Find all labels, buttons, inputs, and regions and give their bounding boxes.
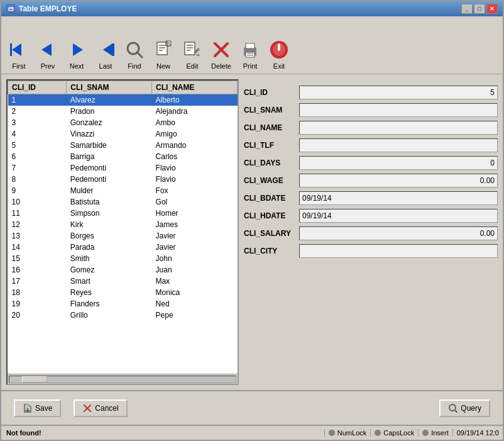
form-label-cli_tlf: CLI_TLF	[244, 141, 294, 150]
cell-snam: Alvarez	[67, 94, 152, 106]
col-header-name: CLI_NAME	[152, 81, 238, 94]
status-indicators: NumLock CapsLock Insert 09/19/14 12:0	[324, 429, 503, 437]
table-row[interactable]: 3GonzalezAmbo	[8, 117, 238, 128]
cell-name: Alejandra	[152, 106, 238, 117]
last-button[interactable]: Last	[92, 37, 119, 71]
cell-snam: Samarbide	[67, 140, 152, 151]
form-input-cli_days[interactable]	[299, 156, 498, 170]
main-content: CLI_ID CLI_SNAM CLI_NAME 1AlvarezAlberto…	[1, 74, 503, 390]
cell-id: 9	[8, 185, 67, 196]
minimize-button[interactable]: _	[461, 4, 473, 14]
new-button[interactable]: New	[150, 37, 177, 71]
table-row[interactable]: 13BorgesJavier	[8, 230, 238, 242]
table-row[interactable]: 18ReyesMonica	[8, 287, 238, 298]
table-row[interactable]: 2PradonAlejandra	[8, 106, 238, 117]
save-button[interactable]: Save	[14, 399, 61, 417]
edit-button[interactable]: Edit	[178, 37, 206, 71]
table-row[interactable]: 5SamarbideArmando	[8, 140, 238, 151]
form-input-cli_name[interactable]	[299, 121, 498, 135]
prev-button[interactable]: Prev	[34, 37, 62, 71]
form-input-cli_tlf[interactable]	[299, 138, 498, 152]
table-row[interactable]: 17SmartMax	[8, 276, 238, 287]
svg-marker-3	[73, 43, 83, 56]
form-row-cli_bdate: CLI_BDATE	[244, 191, 498, 205]
numlock-dot	[329, 430, 335, 436]
form-label-cli_salary: CLI_SALARY	[244, 229, 294, 238]
cell-name: Monica	[152, 287, 238, 298]
table-row[interactable]: 11SimpsonHomer	[8, 208, 238, 219]
form-label-cli_wage: CLI_WAGE	[244, 176, 294, 185]
close-button[interactable]: ✕	[486, 4, 498, 14]
cell-name: Fox	[152, 185, 238, 196]
table-row[interactable]: 14ParadaJavier	[8, 242, 238, 253]
data-table: CLI_ID CLI_SNAM CLI_NAME 1AlvarezAlberto…	[8, 81, 238, 321]
exit-icon	[268, 38, 290, 61]
table-row[interactable]: 10BatistutaGol	[8, 196, 238, 208]
svg-marker-2	[41, 43, 52, 56]
form-input-cli_hdate[interactable]	[299, 209, 498, 223]
prev-icon	[36, 38, 59, 61]
form-input-cli_salary[interactable]	[299, 226, 498, 240]
cell-name: Flavio	[152, 174, 238, 185]
form-input-cli_city[interactable]	[299, 244, 498, 258]
delete-button[interactable]: Delete	[207, 37, 235, 71]
first-button[interactable]: First	[5, 37, 33, 71]
find-button[interactable]: Find	[121, 37, 148, 71]
table-row[interactable]: 9MulderFox	[8, 185, 238, 196]
table-container: CLI_ID CLI_SNAM CLI_NAME 1AlvarezAlberto…	[6, 79, 239, 385]
hscroll-thumb[interactable]	[22, 376, 47, 382]
print-label: Print	[243, 62, 258, 70]
form-input-cli_bdate[interactable]	[299, 191, 498, 205]
table-row[interactable]: 8PedemontiFlavio	[8, 174, 238, 185]
cell-name: Amigo	[152, 128, 238, 140]
table-row[interactable]: 6BarrigaCarlos	[8, 151, 238, 162]
form-row-cli_tlf: CLI_TLF	[244, 138, 498, 152]
table-row[interactable]: 12KirkJames	[8, 219, 238, 230]
form-input-cli_id[interactable]	[299, 86, 498, 99]
form-input-cli_wage[interactable]	[299, 174, 498, 187]
form-row-cli_hdate: CLI_HDATE	[244, 209, 498, 223]
table-row[interactable]: 16GomezJuan	[8, 264, 238, 276]
exit-button[interactable]: Exit	[265, 37, 293, 71]
form-label-cli_days: CLI_DAYS	[244, 159, 294, 167]
print-button[interactable]: Print	[236, 37, 264, 71]
form-row-cli_city: CLI_CITY	[244, 244, 498, 258]
next-label: Next	[70, 62, 84, 70]
form-label-cli_id: CLI_ID	[244, 88, 294, 97]
table-scroll[interactable]: CLI_ID CLI_SNAM CLI_NAME 1AlvarezAlberto…	[8, 81, 238, 374]
table-row[interactable]: 1AlvarezAlberto	[8, 94, 238, 106]
cell-name: Armando	[152, 140, 238, 151]
next-button[interactable]: Next	[63, 37, 90, 71]
cancel-button[interactable]: Cancel	[74, 399, 127, 417]
bottom-bar: Save Cancel Query	[1, 390, 503, 425]
query-button[interactable]: Query	[439, 399, 490, 417]
form-input-cli_snam[interactable]	[299, 103, 498, 117]
last-label: Last	[99, 62, 112, 70]
insert-indicator: Insert	[418, 429, 452, 437]
window-icon: 🗃	[6, 4, 15, 13]
cell-id: 18	[8, 287, 67, 298]
cell-name: Flavio	[152, 162, 238, 174]
find-icon	[123, 38, 146, 61]
table-row[interactable]: 19FlandersNed	[8, 298, 238, 310]
table-section: CLI_ID CLI_SNAM CLI_NAME 1AlvarezAlberto…	[6, 79, 239, 385]
horizontal-scrollbar[interactable]	[8, 374, 238, 384]
form-label-cli_name: CLI_NAME	[244, 123, 294, 132]
cancel-icon	[82, 403, 92, 413]
cell-snam: Smith	[67, 253, 152, 264]
svg-rect-31	[278, 43, 280, 46]
table-row[interactable]: 20GrilloPepe	[8, 310, 238, 321]
status-datetime: 09/19/14 12:0	[452, 429, 503, 437]
form-label-cli_bdate: CLI_BDATE	[244, 194, 294, 203]
table-row[interactable]: 7PedemontiFlavio	[8, 162, 238, 174]
cell-snam: Borges	[67, 230, 152, 242]
cell-snam: Gonzalez	[67, 117, 152, 128]
form-row-cli_snam: CLI_SNAM	[244, 103, 498, 117]
form-row-cli_id: CLI_ID	[244, 86, 498, 99]
table-row[interactable]: 4VinazziAmigo	[8, 128, 238, 140]
table-row[interactable]: 15SmithJohn	[8, 253, 238, 264]
svg-rect-0	[10, 43, 12, 56]
cell-snam: Mulder	[67, 185, 152, 196]
cell-name: Javier	[152, 230, 238, 242]
maximize-button[interactable]: □	[474, 4, 485, 14]
